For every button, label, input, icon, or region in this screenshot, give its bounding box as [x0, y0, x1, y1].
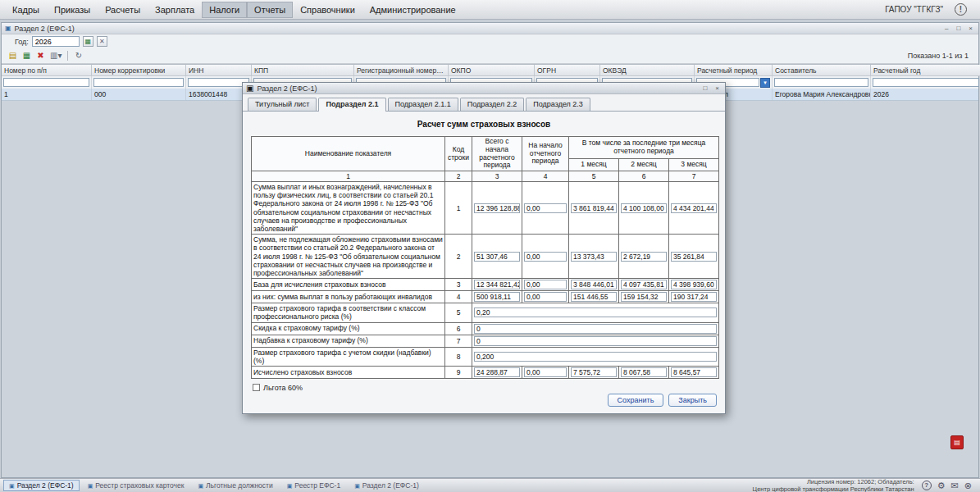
- help-icon[interactable]: ?: [922, 481, 932, 490]
- menubar-item[interactable]: Отчеты: [247, 2, 293, 18]
- amount-input[interactable]: 159 154,32: [621, 292, 667, 302]
- tab-item[interactable]: Подраздел 2.1.1: [388, 98, 458, 111]
- tab-item[interactable]: Подраздел 2.3: [526, 98, 590, 111]
- grid-filter-input[interactable]: [774, 78, 868, 87]
- tab-item[interactable]: Титульный лист: [248, 98, 317, 111]
- mail-icon[interactable]: ✉: [951, 481, 959, 490]
- amount-input[interactable]: 4 434 201,44: [671, 203, 717, 213]
- grid-column-header[interactable]: ОГРН: [535, 65, 600, 76]
- grid-filter-input[interactable]: [873, 78, 979, 87]
- amount-input[interactable]: 4 100 108,00: [621, 203, 667, 213]
- refresh-icon[interactable]: ↻: [72, 50, 84, 62]
- grid-column-header[interactable]: КПП: [252, 65, 354, 76]
- table-row: Сумма выплат и иных вознаграждений, начи…: [252, 182, 719, 235]
- gear-icon[interactable]: ⚙: [937, 481, 946, 490]
- taskbar-item[interactable]: ▣Реестр страховых карточек: [82, 480, 190, 491]
- minimize-icon[interactable]: –: [942, 24, 950, 34]
- amount-input[interactable]: 0,00: [524, 252, 567, 262]
- amount-input[interactable]: 0,00: [524, 280, 567, 289]
- taskbar-item[interactable]: ▣Реестр ЕФС-1: [281, 480, 346, 491]
- amount-input[interactable]: 0,00: [524, 367, 567, 377]
- print-menu-icon[interactable]: ▥▾: [48, 50, 63, 62]
- grid-column-header[interactable]: ОКПО: [449, 65, 535, 76]
- grid-column-header[interactable]: ОКВЭД: [600, 65, 695, 76]
- amount-input[interactable]: 0,20: [474, 308, 717, 317]
- maximize-icon[interactable]: □: [700, 84, 709, 93]
- benefit-checkbox[interactable]: [253, 384, 260, 391]
- grid-filter-input[interactable]: [3, 78, 89, 87]
- excel-export-icon[interactable]: ▦: [21, 50, 33, 62]
- notification-icon[interactable]: ▤: [950, 435, 964, 449]
- amount-input[interactable]: 190 317,24: [671, 292, 717, 302]
- amount-input[interactable]: 0,00: [524, 292, 567, 302]
- clear-icon[interactable]: ✕: [97, 36, 107, 47]
- amount-input[interactable]: 500 918,11: [474, 292, 520, 302]
- close-button[interactable]: Закрыть: [668, 394, 717, 407]
- menubar-item[interactable]: Справочники: [293, 2, 362, 18]
- taskbar-item-label: Реестр ЕФС-1: [294, 481, 340, 490]
- save-button[interactable]: Сохранить: [608, 394, 664, 407]
- amount-input[interactable]: 7 575,72: [571, 367, 617, 377]
- amount-input[interactable]: 0,200: [474, 352, 717, 362]
- menubar-item[interactable]: Кадры: [5, 2, 47, 18]
- maximize-icon[interactable]: □: [954, 24, 963, 34]
- chevron-down-icon[interactable]: ▾: [760, 78, 770, 88]
- tab-item[interactable]: Подраздел 2.2: [460, 98, 525, 111]
- power-icon[interactable]: ⊗: [964, 481, 972, 490]
- col-num: 7: [669, 171, 719, 182]
- grid-column-header[interactable]: Номер по п/п: [2, 65, 92, 76]
- menubar-item[interactable]: Приказы: [47, 2, 98, 18]
- delete-icon[interactable]: ✖: [34, 50, 47, 62]
- amount-input[interactable]: 8 067,58: [621, 367, 667, 377]
- row-name: Размер страхового тарифа в соответствии …: [252, 303, 445, 322]
- col-header-last3: В том числе за последние три месяца отче…: [569, 137, 719, 159]
- amount-input[interactable]: 13 373,43: [571, 252, 617, 262]
- amount-input[interactable]: 12 344 821,42: [474, 280, 520, 289]
- window-icon: ▣: [354, 483, 360, 489]
- info-icon[interactable]: !: [955, 3, 967, 16]
- table-row: Скидка к страховому тарифу (%)60: [252, 322, 719, 335]
- amount-input[interactable]: 0: [474, 324, 717, 334]
- close-icon[interactable]: ×: [713, 84, 722, 93]
- amount-input[interactable]: 4 097 435,81: [621, 280, 667, 289]
- calendar-icon[interactable]: ▦: [83, 36, 93, 47]
- row-value-cell: 159 154,32: [619, 291, 669, 303]
- amount-input[interactable]: 4 398 939,60: [671, 280, 717, 289]
- new-record-icon[interactable]: ▤: [7, 50, 19, 62]
- menubar-item[interactable]: Расчеты: [98, 2, 148, 18]
- grid-column-header[interactable]: Регистрационный номер страхо...: [354, 65, 449, 76]
- amount-input[interactable]: 8 645,57: [671, 367, 717, 377]
- menubar-item[interactable]: Зарплата: [148, 2, 202, 18]
- amount-input[interactable]: 51 307,46: [474, 252, 520, 262]
- form-icon: ▣: [246, 84, 253, 93]
- year-input[interactable]: [32, 36, 80, 47]
- grid-column-header[interactable]: Номер корректировки: [92, 65, 186, 76]
- tab-active[interactable]: Подраздел 2.1: [318, 98, 385, 112]
- year-filter-row: Год: ▦ ✕: [2, 34, 978, 48]
- table-row: Размер страхового тарифа с учетом скидки…: [252, 347, 719, 366]
- taskbar-item[interactable]: ▣Раздел 2 (ЕФС-1): [3, 480, 80, 491]
- menubar-item[interactable]: Администрирование: [362, 2, 463, 18]
- row-code: 5: [445, 303, 472, 322]
- amount-input[interactable]: 151 446,55: [571, 292, 617, 302]
- amount-input[interactable]: 35 261,84: [671, 252, 717, 262]
- taskbar-item[interactable]: ▣Раздел 2 (ЕФС-1): [349, 480, 425, 491]
- grid-column-header[interactable]: ИНН: [186, 65, 252, 76]
- amount-input[interactable]: 24 288,87: [474, 367, 520, 377]
- row-value-cell: 7 575,72: [569, 366, 619, 378]
- close-icon[interactable]: ×: [966, 24, 975, 34]
- grid-column-header[interactable]: Составитель: [773, 65, 871, 76]
- amount-input[interactable]: 0,00: [524, 203, 567, 213]
- amount-input[interactable]: 3 861 819,44: [571, 203, 617, 213]
- amount-input[interactable]: 3 848 446,01: [571, 280, 617, 289]
- dialog-titlebar: ▣ Раздел 2 (ЕФС-1) □ ×: [243, 83, 725, 94]
- grid-filter-input[interactable]: [188, 78, 249, 87]
- menubar-item[interactable]: Налоги: [202, 2, 247, 18]
- amount-input[interactable]: 12 396 128,88: [474, 203, 520, 213]
- amount-input[interactable]: 2 672,19: [621, 252, 667, 262]
- grid-column-header[interactable]: Расчетный период: [695, 65, 773, 76]
- taskbar-item[interactable]: ▣Льготные должности: [192, 480, 278, 491]
- amount-input[interactable]: 0: [474, 336, 717, 346]
- grid-filter-input[interactable]: [93, 78, 184, 87]
- grid-column-header[interactable]: Расчетный год: [871, 65, 980, 76]
